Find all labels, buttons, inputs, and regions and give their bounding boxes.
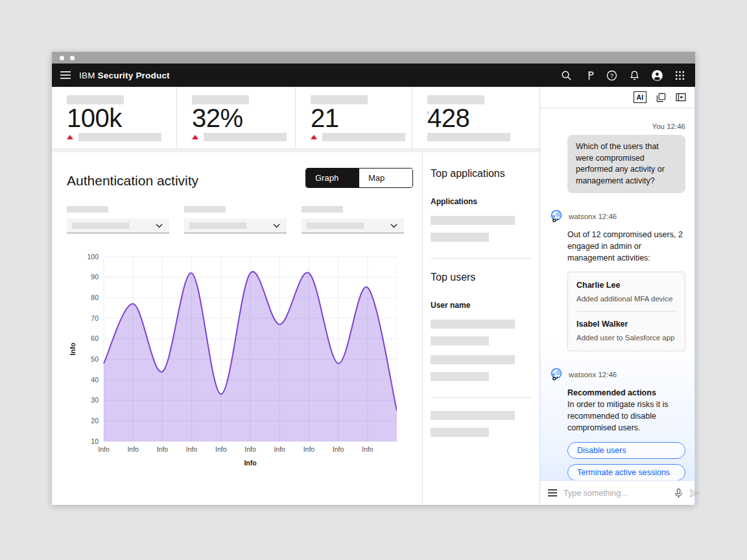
trend-up-icon xyxy=(67,135,73,139)
svg-text:Info: Info xyxy=(274,445,285,453)
bot-message-text: In order to mitigate risks it is recomme… xyxy=(567,399,685,434)
user-name-column-header: User name xyxy=(431,301,531,310)
bot-message-header: watsonx 12:46 xyxy=(549,368,685,382)
user-message-meta: You 12:46 xyxy=(549,122,685,130)
trend-up-icon xyxy=(192,135,198,139)
send-icon[interactable] xyxy=(689,489,699,498)
recommended-actions-title: Recommended actions xyxy=(567,388,685,399)
terminate-sessions-button[interactable]: Terminate active sessions xyxy=(567,464,685,480)
applications-column-header: Applications xyxy=(431,197,531,206)
user-action: Added user to Salesforce app xyxy=(576,332,676,343)
bot-message-body: Out of 12 compromised users, 2 engaged i… xyxy=(549,229,685,351)
kpi-superscript: r xyxy=(427,110,429,116)
search-icon[interactable] xyxy=(555,64,578,87)
dropdown-value-skeleton xyxy=(72,222,129,229)
switcher-option-map[interactable]: Map xyxy=(359,169,412,187)
brand-title: IBM Security Product xyxy=(79,71,170,80)
kpi-card-2: 32% xyxy=(177,87,296,148)
dropdown-field[interactable] xyxy=(67,218,169,233)
filter-label-skeleton xyxy=(302,206,343,213)
filters-row xyxy=(67,206,413,233)
divider xyxy=(431,258,531,259)
trend-up-icon xyxy=(311,135,317,139)
authentication-activity-section: Authentication activity Graph Map xyxy=(52,152,422,505)
chat-message-list[interactable]: You 12:46 Which of the users that were c… xyxy=(540,108,694,480)
divider xyxy=(576,311,676,312)
disable-users-button[interactable]: Disable users xyxy=(567,442,685,459)
notifications-bell-icon[interactable] xyxy=(623,64,646,87)
svg-text:70: 70 xyxy=(91,314,99,322)
user-name: Charlie Lee xyxy=(576,280,676,292)
ai-label-badge[interactable]: AI xyxy=(634,91,646,103)
filter-dropdown-3 xyxy=(302,206,404,233)
chat-panel-header: AI xyxy=(540,87,694,108)
svg-text:10: 10 xyxy=(91,438,99,445)
copy-icon[interactable] xyxy=(656,93,666,102)
chat-text-input[interactable] xyxy=(563,489,668,498)
watsonx-avatar-icon xyxy=(549,368,563,382)
svg-text:100: 100 xyxy=(87,253,99,261)
filter-label-skeleton xyxy=(184,206,226,213)
kpi-label-skeleton xyxy=(67,95,124,104)
svg-text:30: 30 xyxy=(91,396,99,404)
kpi-value: 100k xyxy=(67,104,176,132)
microphone-icon[interactable] xyxy=(674,488,683,498)
kpi-trend-skeleton xyxy=(78,133,161,141)
app-switcher-icon[interactable] xyxy=(669,64,691,87)
kpi-label-skeleton xyxy=(427,95,484,104)
svg-text:Info: Info xyxy=(186,445,198,453)
kpi-value: 21 xyxy=(311,104,412,132)
collapse-panel-icon[interactable] xyxy=(676,93,686,102)
window-control-dot[interactable] xyxy=(60,56,64,60)
svg-text:Info: Info xyxy=(362,445,374,453)
kpi-card-3: 21 xyxy=(296,87,412,148)
svg-text:50: 50 xyxy=(91,355,99,363)
svg-text:90: 90 xyxy=(91,273,99,281)
kpi-trend-skeleton xyxy=(322,133,405,141)
svg-text:80: 80 xyxy=(91,294,99,301)
bot-message-meta: watsonx 12:46 xyxy=(569,213,617,220)
bot-message-meta: watsonx 12:46 xyxy=(569,371,617,379)
bot-message-text: Out of 12 compromised users, 2 engaged i… xyxy=(567,229,685,264)
app-header: IBM Security Product ? xyxy=(52,64,695,87)
hamburger-menu-icon[interactable] xyxy=(52,64,79,87)
svg-text:Info: Info xyxy=(244,459,256,467)
user-row-skeleton xyxy=(431,320,515,329)
watsonx-avatar-icon xyxy=(549,209,563,224)
compromised-users-card: Charlie Lee Added additional MFA device … xyxy=(567,272,685,351)
section-title: Authentication activity xyxy=(67,173,198,189)
user-action: Added additional MFA device xyxy=(576,294,676,304)
svg-text:Info: Info xyxy=(303,445,315,453)
dropdown-value-skeleton xyxy=(307,222,364,229)
graph-map-switcher: Graph Map xyxy=(305,168,413,188)
dropdown-field[interactable] xyxy=(302,218,404,233)
switcher-option-graph[interactable]: Graph xyxy=(306,169,359,187)
user-avatar-icon[interactable] xyxy=(646,64,669,87)
kpi-row: 100k 32% 21 r 428 xyxy=(52,87,540,148)
prompt-menu-icon[interactable] xyxy=(548,489,557,496)
filter-dropdown-2 xyxy=(184,206,287,233)
signpost-icon[interactable] xyxy=(578,64,600,87)
svg-text:Info: Info xyxy=(127,445,139,453)
bot-message-header: watsonx 12:46 xyxy=(549,209,685,224)
svg-text:60: 60 xyxy=(91,334,99,342)
filter-label-skeleton xyxy=(67,206,108,213)
bot-message-body: Recommended actions In order to mitigate… xyxy=(549,388,685,480)
window-titlebar[interactable] xyxy=(52,52,695,64)
user-row-skeleton xyxy=(431,355,515,364)
window-control-dot[interactable] xyxy=(70,56,75,60)
user-row-skeleton xyxy=(431,428,489,437)
user-row-skeleton xyxy=(431,336,489,345)
divider xyxy=(431,397,531,398)
side-panel: Top applications Applications Top users … xyxy=(422,152,540,505)
chat-input-bar xyxy=(540,480,694,505)
kpi-label-skeleton xyxy=(311,95,368,104)
user-name: Isabel Walker xyxy=(576,319,676,331)
top-applications-title: Top applications xyxy=(431,168,531,180)
help-icon[interactable]: ? xyxy=(600,64,623,87)
authentication-activity-area-chart: 102030405060708090100InfoInfoInfoInfoInf… xyxy=(67,251,397,467)
dropdown-field[interactable] xyxy=(184,218,287,233)
user-message-bubble: Which of the users that were compromised… xyxy=(567,135,685,193)
kpi-trend-skeleton xyxy=(427,133,510,141)
kpi-trend-skeleton xyxy=(204,133,287,141)
